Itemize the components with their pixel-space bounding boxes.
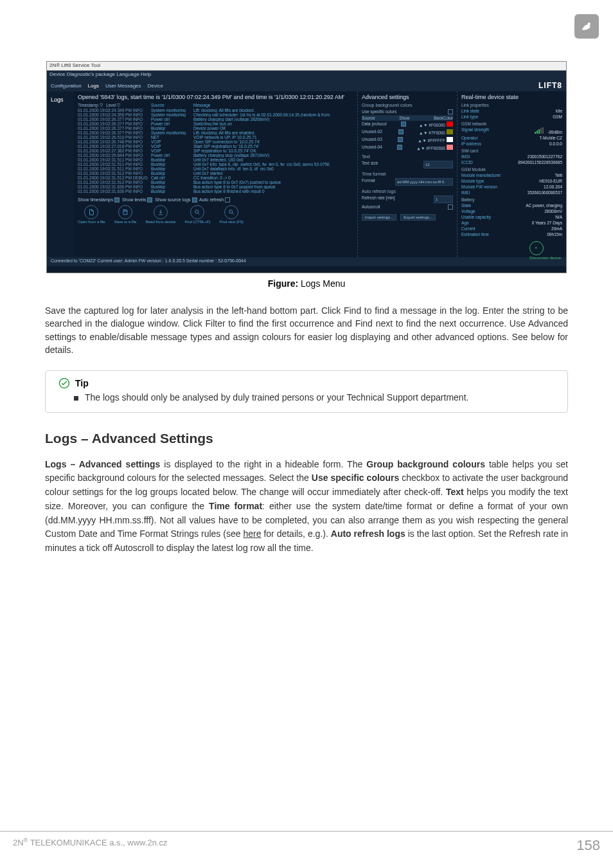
log-row[interactable]: 01.01.2000 19:02:26.510 PM INFONETVOIP n… [78,135,353,140]
check-circle-icon [58,377,70,389]
auto-refresh-label: Auto refresh logs [362,189,453,194]
advanced-settings-title: Advanced settings [362,94,453,100]
find-button[interactable] [190,205,204,219]
autoscroll-checkbox[interactable] [448,204,453,210]
tip-text: The logs should only be analysed by duly… [74,392,555,404]
logs-opened-summary: Opened '5843' logs, start time is '1/1/0… [78,94,353,100]
paragraph-advanced: Logs – Advanced settings is displayed to… [45,458,568,556]
color-row[interactable]: Unused-02▲ ▼ #7F8000 [362,129,453,136]
group-bg-colors-label: Group background colors [362,103,453,107]
tab-logs[interactable]: Logs [88,83,99,89]
tip-box: Tip The logs should only be analysed by … [45,370,568,413]
save-file-button[interactable] [118,205,132,219]
log-row[interactable]: 01.01.2000 19:02:26.377 PM INFOPower ctr… [78,122,353,126]
window-menu[interactable]: Device Diagnostic's package Language Hel… [47,71,566,80]
disconnect-button[interactable] [529,241,544,255]
time-format-input[interactable] [395,178,453,186]
log-row[interactable]: 01.01.2000 19:02:26.377 PM INFOPower ctr… [78,117,353,122]
read-device-button[interactable] [154,205,168,219]
log-row[interactable]: 01.01.2000 19:02:24.349 PM INFOSystem mo… [78,108,353,113]
log-row[interactable]: 01.01.2000 19:02:31.512 PM DEBUGCall ctr… [78,176,353,180]
find-next-button[interactable] [224,205,238,219]
color-row[interactable]: Unused-04▲ ▼ #FF80808 [362,144,453,152]
log-row[interactable]: 01.01.2000 19:02:27.382 PM INFOVOIPSIP r… [78,149,353,153]
log-footer-options: Show timestamps Show levels Show source … [78,197,353,203]
log-table: Opened '5843' logs, start time is '1/1/0… [74,91,357,257]
log-row[interactable]: 01.01.2000 19:02:31.512 PM INFOBusMgrUni… [78,171,353,176]
product-logo: LIFT8 [538,81,562,90]
realtime-state-panel: Real-time device state Link properties L… [457,91,566,257]
log-header-row: Timestamp ▽ Level ▽ Source Message [78,103,353,108]
log-row[interactable]: 01.01.2000 19:02:26.748 PM INFOVOIPOpen … [78,140,353,144]
left-panel-label: Logs [47,91,74,257]
log-row[interactable]: 01.01.2000 19:02:31.636 PM INFOBusMgrBus… [78,189,353,194]
status-bar: Connected to 'COM22' Current user: Admin… [47,257,566,266]
log-row[interactable]: 01.01.2000 19:02:31.636 PM INFOBusMgrBus… [78,185,353,189]
export-settings-button[interactable]: Export settings... [400,214,436,221]
paragraph-intro: Save the captured log for later analysis… [45,304,568,356]
log-row[interactable]: 01.01.2000 19:02:27.018 PM INFOVOIPStart… [78,144,353,149]
text-group-label: Text [362,154,453,159]
open-file-button[interactable] [84,205,98,219]
advanced-settings-panel: Advanced settings Group background color… [357,91,457,257]
tab-device[interactable]: Device [148,83,163,89]
log-row[interactable]: 01.01.2000 19:02:26.377 PM INFOSystem mo… [78,131,353,135]
figure-caption: Figure: Logs Menu [45,278,568,289]
log-row[interactable]: 01.01.2000 19:02:26.377 PM INFOBusMgrDev… [78,126,353,131]
logs-menu-screenshot: 2N® Lift8 Service Tool Device Diagnostic… [46,61,567,273]
page-footer: 2N® TELEKOMUNIKACE a.s., www.2n.cz 158 [0,831,613,854]
tip-label: Tip [75,378,89,388]
log-row[interactable]: 01.01.2000 19:02:31.511 PM INFOBusMgrUni… [78,162,353,167]
color-row[interactable]: Data protocol▲ ▼ #F00000 [362,121,453,129]
log-row[interactable]: 01.01.2000 19:02:31.512 PM INFOBusMgrBus… [78,180,353,185]
tab-bar: Configuration Logs User Messages Device … [47,80,566,91]
tab-user-messages[interactable]: User Messages [105,83,141,89]
section-heading: Logs – Advanced Settings [45,431,568,446]
color-row[interactable]: Unused-03▲ ▼ #FFFFFF [362,136,453,144]
signal-bars-icon [535,127,546,134]
log-row[interactable]: 01.01.2000 19:02:31.511 PM INFOBusMgrUni… [78,167,353,171]
brand-logo [574,14,599,39]
log-row[interactable]: 01.01.2000 19:02:24.350 PM INFOSystem mo… [78,113,353,117]
page-number: 158 [576,837,600,854]
log-row[interactable]: 01.01.2000 19:02:29.844 PM INFOPower ctr… [78,153,353,158]
svg-point-1 [229,210,233,213]
log-row[interactable]: 01.01.2000 19:02:31.511 PM INFOBusMgrUni… [78,158,353,162]
use-specific-colors-checkbox[interactable]: Use specific colors [362,109,396,114]
svg-point-0 [195,210,199,213]
realtime-state-title: Real-time device state [461,94,562,100]
text-size-input[interactable] [423,161,453,168]
refresh-rate-input[interactable] [434,195,453,203]
window-titlebar: 2N® Lift8 Service Tool [47,62,566,71]
here-link[interactable]: here [243,529,261,539]
time-format-label: Time format [362,172,453,176]
import-settings-button[interactable]: Import settings... [362,214,396,221]
tab-configuration[interactable]: Configuration [51,83,82,89]
